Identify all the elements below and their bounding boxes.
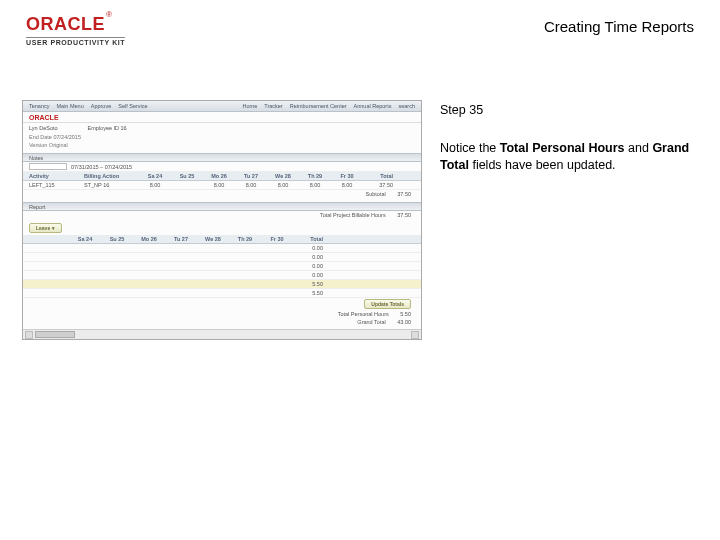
nav-item[interactable]: Annual Reports xyxy=(354,103,392,109)
update-totals-button[interactable]: Update Totals xyxy=(364,299,411,309)
nav-item[interactable]: Approve xyxy=(91,103,112,109)
cell[interactable]: 8.00 xyxy=(203,182,235,188)
subtotal-value: 37.50 xyxy=(397,191,411,197)
row-total: 5.50 xyxy=(293,290,323,296)
step-label: Step 35 xyxy=(440,102,698,120)
notes-band: Notes xyxy=(23,153,421,162)
employee-name: Lyn DeSoto xyxy=(29,125,58,131)
grid1-subtotal: Subtotal 37.50 xyxy=(23,190,421,198)
brand-product-line: USER PRODUCTIVITY KIT xyxy=(26,37,125,46)
grid2-row: 0.00 xyxy=(23,244,421,253)
scroll-right-icon[interactable] xyxy=(411,331,419,339)
col-day: Tu 27 xyxy=(165,236,197,242)
content: Tenancy Main Menu Approve Self Service H… xyxy=(0,100,720,340)
row-total: 0.00 xyxy=(293,263,323,269)
cell[interactable]: ST_NP 16 xyxy=(84,182,139,188)
instruction-bold-1: Total Personal Hours xyxy=(500,141,625,155)
col-day: Sa 24 xyxy=(139,173,171,179)
leave-dropdown[interactable]: Leave ▾ xyxy=(29,223,62,233)
date-range-row: 07/31/2015 – 07/24/2015 xyxy=(23,162,421,172)
oracle-logo-text: ORACLE xyxy=(26,14,105,34)
scroll-left-icon[interactable] xyxy=(25,331,33,339)
col-total: Total xyxy=(363,173,393,179)
total-personal-hours-row: Total Personal Hours 5.50 xyxy=(23,310,421,318)
screenshot-panel: Tenancy Main Menu Approve Self Service H… xyxy=(22,100,422,340)
cell[interactable]: 8.00 xyxy=(331,182,363,188)
col-day: Th 29 xyxy=(299,173,331,179)
col-day: We 28 xyxy=(267,173,299,179)
grand-total-label: Grand Total xyxy=(357,319,385,325)
cell[interactable]: 8.00 xyxy=(267,182,299,188)
brand-block: ORACLE® USER PRODUCTIVITY KIT xyxy=(26,14,125,46)
col-day: We 28 xyxy=(197,236,229,242)
col-day: Th 29 xyxy=(229,236,261,242)
nav-item[interactable]: Reimbursement Center xyxy=(290,103,347,109)
page-title: Creating Time Reports xyxy=(544,14,694,35)
app-oracle-logo: ORACLE xyxy=(23,112,421,123)
nav-item[interactable]: search xyxy=(398,103,415,109)
cell[interactable]: 8.00 xyxy=(299,182,331,188)
instruction-text: Notice the Total Personal Hours and Gran… xyxy=(440,140,698,175)
col-billing: Billing Action xyxy=(84,173,139,179)
nav-item[interactable]: Self Service xyxy=(118,103,147,109)
cell[interactable]: 8.00 xyxy=(139,182,171,188)
grid2-row: 0.00 xyxy=(23,253,421,262)
version-label: Version Original xyxy=(29,142,68,148)
col-day: Tu 27 xyxy=(235,173,267,179)
update-totals-row: Update Totals xyxy=(23,298,421,310)
horizontal-scrollbar[interactable] xyxy=(23,329,421,339)
row-total: 5.50 xyxy=(293,281,323,287)
grand-total-row: Grand Total 43.00 xyxy=(23,318,421,326)
employee-meta: Lyn DeSoto Employee ID 16 xyxy=(23,123,421,133)
row-total: 0.00 xyxy=(293,245,323,251)
cell[interactable]: 8.00 xyxy=(235,182,267,188)
notes-band-label: Notes xyxy=(29,155,43,161)
col-activity: Activity xyxy=(29,173,84,179)
employee-id: Employee ID 16 xyxy=(88,125,127,131)
grid2-row: 5.50 xyxy=(23,289,421,298)
grid2-row: 0.00 xyxy=(23,262,421,271)
app-screenshot: Tenancy Main Menu Approve Self Service H… xyxy=(22,100,422,340)
instruction-part: Notice the xyxy=(440,141,500,155)
col-day: Sa 24 xyxy=(69,236,101,242)
oracle-logo: ORACLE® xyxy=(26,14,125,35)
billable-hours-value: 37.50 xyxy=(397,212,411,218)
date-range-input[interactable] xyxy=(29,163,67,170)
total-personal-hours-value: 5.50 xyxy=(400,311,411,317)
instruction-panel: Step 35 Notice the Total Personal Hours … xyxy=(440,100,698,340)
header: ORACLE® USER PRODUCTIVITY KIT Creating T… xyxy=(0,0,720,50)
grid1-row: LEFT_115 ST_NP 16 8.00 8.00 8.00 8.00 8.… xyxy=(23,181,421,190)
billable-hours-label: Total Project Billable Hours xyxy=(320,212,386,218)
instruction-part: fields have been updated. xyxy=(469,158,616,172)
date-range-value: 07/31/2015 – 07/24/2015 xyxy=(71,164,132,170)
row-total: 0.00 xyxy=(293,254,323,260)
subtotal-label: Subtotal xyxy=(366,191,386,197)
total-personal-hours-label: Total Personal Hours xyxy=(338,311,389,317)
report-meta-2: Version Original xyxy=(23,141,421,149)
leave-section: Leave ▾ xyxy=(29,223,421,233)
instruction-part: and xyxy=(625,141,653,155)
grand-total-value: 43.00 xyxy=(397,319,411,325)
col-total: Total xyxy=(293,236,323,242)
nav-item[interactable]: Tenancy xyxy=(29,103,50,109)
app-navbar: Tenancy Main Menu Approve Self Service H… xyxy=(23,101,421,112)
col-day: Fr 30 xyxy=(261,236,293,242)
col-day: Su 25 xyxy=(101,236,133,242)
grid2-row-highlight: 5.50 xyxy=(23,280,421,289)
nav-item[interactable]: Tracker xyxy=(264,103,282,109)
col-day: Mo 26 xyxy=(203,173,235,179)
report-band-label: Report xyxy=(29,204,46,210)
grid1-header: Activity Billing Action Sa 24 Su 25 Mo 2… xyxy=(23,172,421,181)
report-meta: End Date 07/24/2015 xyxy=(23,133,421,141)
nav-item[interactable]: Home xyxy=(243,103,258,109)
billable-hours-row: Total Project Billable Hours 37.50 xyxy=(23,211,421,219)
cell[interactable]: LEFT_115 xyxy=(29,182,84,188)
row-total: 0.00 xyxy=(293,272,323,278)
report-band: Report xyxy=(23,202,421,211)
cell-total: 37.50 xyxy=(363,182,393,188)
col-day: Mo 26 xyxy=(133,236,165,242)
scroll-thumb[interactable] xyxy=(35,331,75,338)
grid2-row: 0.00 xyxy=(23,271,421,280)
col-day: Fr 30 xyxy=(331,173,363,179)
nav-item[interactable]: Main Menu xyxy=(57,103,84,109)
